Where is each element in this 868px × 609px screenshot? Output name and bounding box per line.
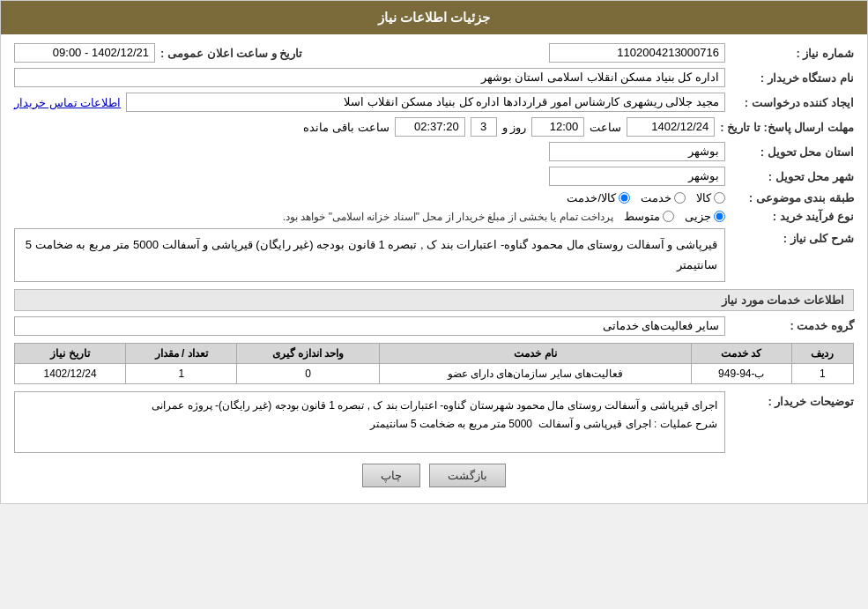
service-group-label: گروه خدمت : <box>731 319 854 332</box>
delivery-province-value: بوشهر <box>549 142 725 161</box>
category-service-option[interactable]: خدمت <box>641 191 686 204</box>
services-table: ردیف کد خدمت نام خدمت واحد اندازه گیری ت… <box>14 343 854 384</box>
category-goods-service-radio[interactable] <box>619 192 630 204</box>
reply-days: 3 <box>471 117 497 137</box>
requester-link[interactable]: اطلاعات تماس خریدار <box>14 96 121 109</box>
col-row: ردیف <box>791 343 853 363</box>
table-cell-row: 1 <box>791 363 853 383</box>
buyer-org-value: اداره کل بنیاد مسکن انقلاب اسلامی استان … <box>14 68 725 87</box>
reply-remaining: 02:37:20 <box>395 117 465 137</box>
process-type-radio-group: جزیی متوسط پرداخت تمام یا بخشی از مبلغ خ… <box>283 210 725 223</box>
service-group-value: سایر فعالیت‌های خدماتی <box>14 316 725 336</box>
reply-time: 12:00 <box>531 117 584 137</box>
services-table-container: ردیف کد خدمت نام خدمت واحد اندازه گیری ت… <box>14 343 854 384</box>
announcement-label: تاریخ و ساعت اعلان عمومی : <box>160 47 302 60</box>
need-desc-value: قیرپاشی و آسفالت روستای مال محمود گناوه-… <box>14 228 725 282</box>
category-service-radio[interactable] <box>674 192 686 204</box>
services-section-title: اطلاعات خدمات مورد نیاز <box>14 289 854 311</box>
table-cell-code: ب-94-949 <box>692 363 792 383</box>
announcement-value: 1402/12/21 - 09:00 <box>14 43 155 63</box>
table-cell-date: 1402/12/24 <box>15 363 126 383</box>
category-goods-service-label: کالا/خدمت <box>567 191 616 204</box>
process-part-label: جزیی <box>685 210 711 223</box>
col-name: نام خدمت <box>379 343 691 363</box>
process-medium-label: متوسط <box>624 210 660 223</box>
days-label: روز و <box>502 121 527 134</box>
page-title: جزئیات اطلاعات نیاز <box>1 1 867 34</box>
back-button[interactable]: بازگشت <box>429 464 506 487</box>
need-desc-label: شرح کلی نیاز : <box>731 228 854 245</box>
reply-deadline-label: مهلت ارسال پاسخ: تا تاریخ : <box>720 121 854 134</box>
requester-label: ایجاد کننده درخواست : <box>731 96 854 109</box>
col-qty: تعداد / مقدار <box>126 343 237 363</box>
requester-value: مجید جلالی ریشهری کارشناس امور قراردادها… <box>126 93 725 112</box>
process-note: پرداخت تمام یا بخشی از مبلغ خریدار از مح… <box>283 211 613 223</box>
need-number-label: شماره نیاز : <box>731 47 854 60</box>
remaining-label: ساعت باقی مانده <box>303 121 389 134</box>
print-button[interactable]: چاپ <box>362 464 420 487</box>
buyer-notes-textarea[interactable] <box>14 391 725 453</box>
table-row: 1ب-94-949فعالیت‌های سایر سازمان‌های دارا… <box>15 363 854 383</box>
process-part-radio[interactable] <box>714 211 725 222</box>
category-goods-service-option[interactable]: کالا/خدمت <box>567 191 630 204</box>
process-medium-option[interactable]: متوسط <box>624 210 674 223</box>
delivery-city-label: شهر محل تحویل : <box>731 170 854 183</box>
process-part-option[interactable]: جزیی <box>685 210 725 223</box>
table-cell-qty: 1 <box>126 363 237 383</box>
process-medium-radio[interactable] <box>663 211 674 222</box>
time-label: ساعت <box>590 121 621 134</box>
button-row: بازگشت چاپ <box>14 464 854 487</box>
category-radio-group: کالا خدمت کالا/خدمت <box>567 191 725 204</box>
process-type-label: نوع فرآیند خرید : <box>731 210 854 223</box>
buyer-notes-label: توضیحات خریدار : <box>731 391 854 408</box>
need-number-value: 1102004213000716 <box>549 43 725 63</box>
delivery-city-value: بوشهر <box>549 167 725 186</box>
table-cell-unit: 0 <box>237 363 380 383</box>
category-service-label: خدمت <box>641 191 671 204</box>
category-goods-option[interactable]: کالا <box>696 191 725 204</box>
col-date: تاریخ نیاز <box>15 343 126 363</box>
col-code: کد خدمت <box>692 343 792 363</box>
buyer-org-label: نام دستگاه خریدار : <box>731 71 854 85</box>
category-goods-label: کالا <box>696 191 711 204</box>
table-cell-name: فعالیت‌های سایر سازمان‌های دارای عضو <box>379 363 691 383</box>
category-goods-radio[interactable] <box>714 192 725 204</box>
reply-date: 1402/12/24 <box>627 117 715 137</box>
col-unit: واحد اندازه گیری <box>237 343 380 363</box>
category-label: طبقه بندی موضوعی : <box>731 191 854 204</box>
delivery-province-label: استان محل تحویل : <box>731 145 854 159</box>
